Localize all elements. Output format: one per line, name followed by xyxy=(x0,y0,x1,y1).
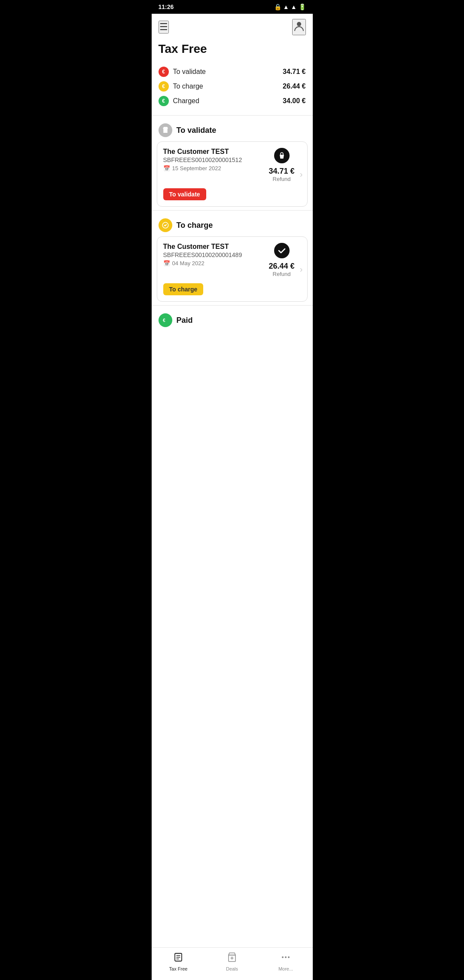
charged-amount: 34.00 € xyxy=(283,97,305,105)
divider-1 xyxy=(152,115,313,116)
card-charge-1[interactable]: The Customer TEST SBFREEES00100200001489… xyxy=(157,236,308,302)
section-title-validate: To validate xyxy=(177,126,217,135)
card-id: SBFREEES00100200001512 xyxy=(163,156,263,163)
svg-point-10 xyxy=(288,956,290,958)
menu-button[interactable]: ☰ xyxy=(159,21,169,34)
nav-label-deals: Deals xyxy=(226,966,238,971)
nav-label-tax-free: Tax Free xyxy=(169,966,188,971)
check-icon xyxy=(274,243,290,260)
section-icon-charge xyxy=(159,218,172,232)
card-amount-charge: 26.44 € xyxy=(269,262,294,271)
svg-point-1 xyxy=(164,130,166,132)
summary-row-charge: € To charge 26.44 € xyxy=(159,79,306,94)
signal-icon: ▲ xyxy=(291,3,297,10)
svg-point-4 xyxy=(274,243,290,258)
section-header-validate: To validate xyxy=(152,117,313,141)
section-icon-paid: € xyxy=(159,313,172,327)
validate-amount: 34.71 € xyxy=(283,68,305,76)
card-date-charge: 📅 04 May 2022 xyxy=(163,260,263,266)
card-refund-charge: Refund xyxy=(273,271,291,277)
privacy-indicator: 🔒 xyxy=(274,3,281,10)
tax-free-icon xyxy=(173,952,183,965)
card-amount-validate: 34.71 € xyxy=(269,167,294,176)
svg-point-0 xyxy=(297,22,301,26)
card-validate-1[interactable]: The Customer TEST SBFREEES00100200001512… xyxy=(157,141,308,207)
wifi-icon: ▲ xyxy=(283,3,289,10)
charge-amount: 26.44 € xyxy=(283,83,305,90)
summary-row-charged: € Charged 34.00 € xyxy=(159,94,306,108)
svg-point-8 xyxy=(282,956,284,958)
profile-button[interactable] xyxy=(292,19,306,35)
section-header-charge: To charge xyxy=(152,212,313,236)
card-name-charge: The Customer TEST xyxy=(163,243,263,251)
card-refund-label: Refund xyxy=(273,176,291,182)
divider-2 xyxy=(152,210,313,211)
charge-icon: € xyxy=(159,81,169,92)
nav-item-deals[interactable]: Deals xyxy=(205,952,259,971)
card-chevron-charge[interactable]: › xyxy=(300,264,303,274)
nav-item-tax-free[interactable]: Tax Free xyxy=(152,952,205,971)
summary-section: € To validate 34.71 € € To charge 26.44 … xyxy=(152,63,313,113)
card-chevron-validate[interactable]: › xyxy=(300,169,303,179)
divider-3 xyxy=(152,305,313,306)
calendar-icon: 📅 xyxy=(163,165,170,172)
more-icon xyxy=(281,952,291,965)
deals-icon xyxy=(227,952,237,965)
validate-label: To validate xyxy=(173,68,206,76)
profile-icon xyxy=(293,23,305,34)
charged-icon: € xyxy=(159,96,169,106)
summary-row-validate: € To validate 34.71 € xyxy=(159,64,306,79)
status-badge-charge: To charge xyxy=(163,283,204,295)
bag-icon xyxy=(274,148,290,165)
section-header-paid: € Paid xyxy=(152,307,313,331)
menu-icon: ☰ xyxy=(159,21,168,32)
section-title-paid: Paid xyxy=(177,316,193,325)
page-title: Tax Free xyxy=(152,40,313,63)
app-container: ☰ Tax Free € To validate 34.71 € € To ch… xyxy=(152,14,313,970)
card-date: 📅 15 September 2022 xyxy=(163,165,263,172)
card-id-charge: SBFREEES00100200001489 xyxy=(163,251,263,258)
nav-label-more: More... xyxy=(278,966,293,971)
validate-icon: € xyxy=(159,67,169,77)
header: ☰ xyxy=(152,14,313,40)
status-badge-validate: To validate xyxy=(163,188,206,200)
bottom-nav: Tax Free Deals More... xyxy=(152,947,313,980)
card-name: The Customer TEST xyxy=(163,148,263,156)
svg-point-9 xyxy=(285,956,287,958)
svg-text:€: € xyxy=(163,318,165,323)
battery-icon: 🔋 xyxy=(299,3,306,10)
charged-label: Charged xyxy=(173,97,199,105)
status-time: 11:26 xyxy=(159,3,174,10)
status-bar: 11:26 🔒 ▲ ▲ 🔋 xyxy=(152,0,313,14)
section-icon-validate xyxy=(159,123,172,137)
nav-item-more[interactable]: More... xyxy=(259,952,313,971)
charge-label: To charge xyxy=(173,83,203,90)
calendar-icon-charge: 📅 xyxy=(163,260,170,266)
section-title-charge: To charge xyxy=(177,221,213,230)
status-icons: 🔒 ▲ ▲ 🔋 xyxy=(274,3,306,10)
